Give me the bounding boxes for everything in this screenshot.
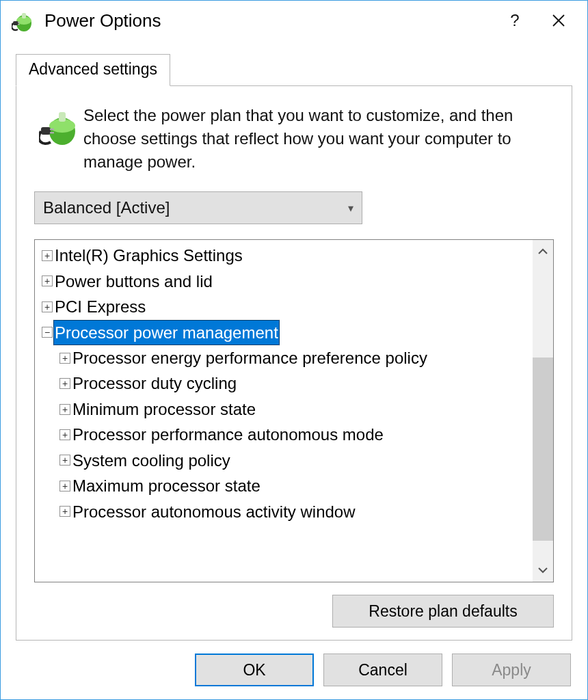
tab-advanced-settings[interactable]: Advanced settings bbox=[16, 54, 170, 86]
tree-item[interactable]: +Maximum processor state bbox=[36, 473, 531, 498]
settings-tree[interactable]: +Intel(R) Graphics Settings+Power button… bbox=[35, 240, 533, 582]
chevron-up-icon bbox=[538, 248, 548, 255]
expand-icon[interactable]: + bbox=[59, 429, 70, 440]
tree-item-label: PCI Express bbox=[53, 294, 147, 319]
scroll-up-button[interactable] bbox=[533, 240, 553, 263]
svg-rect-2 bbox=[22, 13, 26, 18]
expand-icon[interactable]: + bbox=[59, 481, 70, 492]
power-options-window: Power Options ? Advanced settings bbox=[0, 0, 588, 700]
cancel-button[interactable]: Cancel bbox=[323, 654, 442, 686]
chevron-down-icon bbox=[538, 567, 548, 574]
plan-selected-label: Balanced [Active] bbox=[43, 198, 170, 217]
svg-rect-4 bbox=[18, 22, 20, 23]
battery-plug-icon bbox=[12, 9, 35, 32]
tree-item-label: Processor power management bbox=[53, 320, 280, 345]
description-text: Select the power plan that you want to c… bbox=[83, 104, 554, 174]
expand-icon[interactable]: + bbox=[59, 378, 70, 389]
restore-defaults-button[interactable]: Restore plan defaults bbox=[332, 595, 554, 628]
apply-button[interactable]: Apply bbox=[452, 654, 571, 686]
tree-item-label: Processor performance autonomous mode bbox=[71, 422, 385, 447]
close-button[interactable] bbox=[537, 5, 580, 36]
svg-rect-12 bbox=[50, 129, 54, 130]
tree-item[interactable]: +Power buttons and lid bbox=[36, 269, 531, 294]
tree-item[interactable]: +Processor performance autonomous mode bbox=[36, 422, 531, 447]
svg-rect-11 bbox=[41, 127, 51, 135]
expand-icon[interactable]: + bbox=[59, 353, 70, 364]
expand-icon[interactable]: + bbox=[59, 404, 70, 415]
scroll-track[interactable] bbox=[533, 263, 553, 558]
tree-item[interactable]: +Processor energy performance preference… bbox=[36, 345, 531, 371]
svg-rect-13 bbox=[50, 132, 54, 133]
tree-item-label: Maximum processor state bbox=[71, 473, 262, 498]
ok-button[interactable]: OK bbox=[195, 654, 314, 686]
tree-item[interactable]: +Minimum processor state bbox=[36, 396, 531, 422]
tree-item[interactable]: −Processor power management bbox=[36, 320, 531, 345]
titlebar: Power Options ? bbox=[1, 1, 587, 40]
chevron-down-icon: ▾ bbox=[348, 202, 353, 215]
scroll-thumb[interactable] bbox=[533, 358, 553, 541]
svg-rect-5 bbox=[18, 24, 20, 25]
tree-item-label: Processor autonomous activity window bbox=[71, 499, 357, 524]
tree-item-label: System cooling policy bbox=[71, 448, 232, 473]
tabstrip: Advanced settings bbox=[16, 54, 572, 86]
description-row: Select the power plan that you want to c… bbox=[34, 104, 554, 174]
scroll-down-button[interactable] bbox=[533, 558, 553, 582]
help-button[interactable]: ? bbox=[493, 5, 537, 36]
content-area: Advanced settings Select the power bbox=[1, 40, 587, 641]
expand-icon[interactable]: + bbox=[59, 506, 70, 517]
tree-item-label: Processor energy performance preference … bbox=[71, 345, 429, 371]
tree-item-label: Power buttons and lid bbox=[53, 269, 214, 294]
scrollbar[interactable] bbox=[533, 240, 553, 582]
tree-item[interactable]: +Processor autonomous activity window bbox=[36, 499, 531, 524]
svg-rect-3 bbox=[13, 21, 18, 25]
settings-tree-container: +Intel(R) Graphics Settings+Power button… bbox=[34, 239, 554, 582]
svg-rect-10 bbox=[59, 112, 66, 122]
tab-label: Advanced settings bbox=[29, 60, 157, 78]
tree-item[interactable]: +Processor duty cycling bbox=[36, 371, 531, 396]
battery-plug-large-icon bbox=[34, 104, 83, 146]
tree-item[interactable]: +PCI Express bbox=[36, 294, 531, 319]
power-plan-combo[interactable]: Balanced [Active] ▾ bbox=[34, 191, 362, 224]
tree-item-label: Minimum processor state bbox=[71, 396, 257, 422]
dialog-buttons: OK Cancel Apply bbox=[1, 641, 587, 699]
expand-icon[interactable]: + bbox=[42, 250, 53, 261]
expand-icon[interactable]: + bbox=[42, 275, 53, 286]
tree-item-label: Intel(R) Graphics Settings bbox=[53, 243, 244, 268]
tree-item-label: Processor duty cycling bbox=[71, 371, 238, 396]
window-title: Power Options bbox=[44, 10, 493, 31]
collapse-icon[interactable]: − bbox=[42, 327, 53, 338]
tree-item[interactable]: +System cooling policy bbox=[36, 448, 531, 473]
expand-icon[interactable]: + bbox=[42, 301, 53, 312]
tab-body: Select the power plan that you want to c… bbox=[16, 85, 572, 641]
restore-row: Restore plan defaults bbox=[34, 595, 554, 628]
tree-item[interactable]: +Intel(R) Graphics Settings bbox=[36, 243, 531, 268]
expand-icon[interactable]: + bbox=[59, 455, 70, 466]
close-icon bbox=[552, 14, 565, 27]
